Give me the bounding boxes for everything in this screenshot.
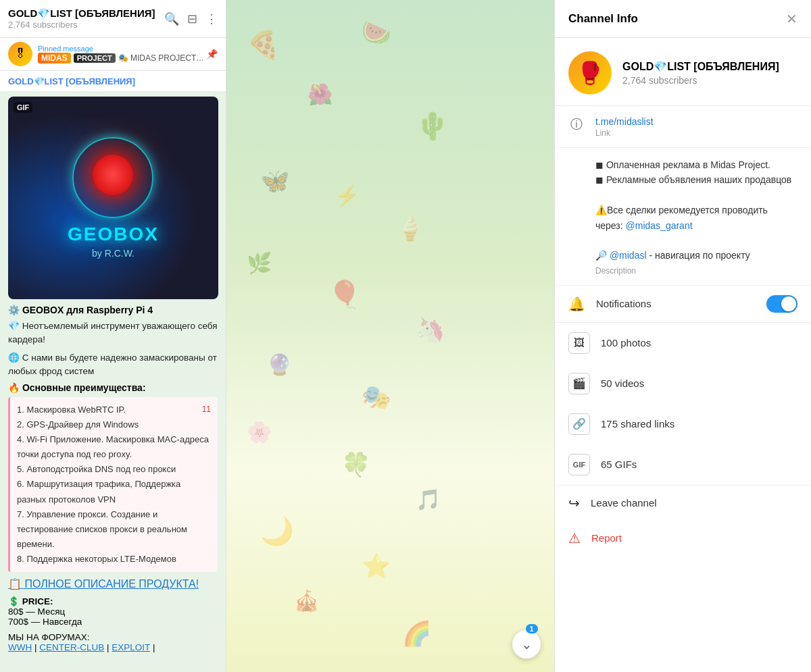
leave-icon: ↪ [568, 495, 580, 511]
unread-badge: 1 [526, 624, 538, 634]
svg-text:🍦: 🍦 [395, 214, 425, 242]
middle-panel: 🍕 🌺 🍉 🌵 🦋 ⚡ 🍦 🌿 🎈 🦄 🔮 🎭 🌸 🍀 🎵 🌙 ⭐ 🎪 🌈 1 … [226, 0, 554, 672]
glow-orb [93, 155, 133, 195]
description-spacer [568, 158, 585, 174]
gifs-row[interactable]: GIF 65 GIFs [555, 444, 811, 485]
svg-text:🌙: 🌙 [260, 515, 294, 547]
chat-content[interactable]: GIF GEOBOX by R.C.W. ⚙️ GEOBOX для Raspb… [0, 91, 226, 672]
garant-link[interactable]: @midas_garant [626, 220, 693, 231]
videos-row[interactable]: 🎬 50 videos [555, 363, 811, 404]
quote-num: 11 [202, 403, 211, 417]
photos-icon: 🖼 [568, 332, 590, 354]
list-item: 6. Маршрутизация трафика, Поддержка разн… [17, 477, 211, 507]
actions-section: ↪ Leave channel ⚠ Report [555, 486, 811, 556]
svg-text:🌿: 🌿 [247, 251, 272, 276]
search-icon[interactable]: 🔍 [164, 11, 179, 26]
list-item: 1. Маскировка WebRTC IP. 11 [17, 403, 211, 417]
channel-info-name: GOLD💎LIST [ОБЪЯВЛЕНИЯ] [622, 60, 779, 73]
report-icon: ⚠ [568, 530, 581, 546]
more-icon[interactable]: ⋮ [205, 11, 218, 26]
price-title: 💲 PRICE: [8, 596, 218, 606]
forum-sep3: | [153, 642, 155, 652]
channel-link[interactable]: t.me/midaslist [595, 116, 654, 127]
photos-row[interactable]: 🖼 100 photos [555, 323, 811, 363]
forum-center-club[interactable]: CENTER-CLUB [39, 642, 104, 652]
chat-header: GOLD💎LIST [ОБЪЯВЛЕНИЯ] 2,764 subscribers… [0, 0, 226, 38]
forum-exploit[interactable]: EXPLOIT [112, 642, 150, 652]
geobox-title: GEOBOX [68, 224, 159, 245]
pinned-desc: 🎭 MIDAS PROJECT 🎭 — Живой и крупный чат,… [118, 53, 206, 63]
svg-text:🦄: 🦄 [416, 315, 445, 344]
list-item: 8. Поддержка некоторых LTE-Модемов [17, 552, 211, 567]
geobox-sub: by R.C.W. [68, 248, 159, 259]
link-sublabel: Link [595, 128, 797, 138]
svg-text:🌺: 🌺 [308, 82, 333, 107]
info-panel-title: Channel Info [568, 12, 638, 26]
shared-links-label: 175 shared links [601, 418, 674, 430]
notifications-toggle[interactable] [766, 295, 797, 313]
list-item-text: 1. Маскировка WebRTC IP. [17, 403, 126, 417]
svg-text:⚡: ⚡ [335, 184, 360, 208]
advantages-title: 🔥 Основные преимущества: [8, 382, 218, 393]
media-section: 🖼 100 photos 🎬 50 videos 🔗 175 shared li… [555, 323, 811, 486]
channel-label-bar: GOLD💎LIST [ОБЪЯВЛЕНИЯ] [0, 71, 226, 91]
midasl-link[interactable]: 🔎 @midasl [595, 250, 647, 261]
neon-ring [72, 137, 153, 218]
project-badge: PROJECT [74, 53, 116, 63]
advantages-list: 1. Маскировка WebRTC IP. 11 2. GPS-Драйв… [8, 397, 218, 572]
close-button[interactable]: ✕ [786, 11, 797, 27]
gif-block: GIF GEOBOX by R.C.W. [8, 97, 218, 299]
forum-sep2: | [107, 642, 109, 652]
svg-text:🔮: 🔮 [267, 353, 293, 377]
desc-nav: - навигация по проекту [647, 250, 750, 261]
toggle-knob [781, 296, 796, 311]
channel-avatar: 🥊 [568, 51, 612, 95]
svg-text:⭐: ⭐ [362, 552, 391, 580]
svg-text:🎪: 🎪 [294, 589, 320, 613]
forums-title: МЫ НА ФОРУМАХ: [8, 632, 90, 642]
background-doodles: 🍕 🌺 🍉 🌵 🦋 ⚡ 🍦 🌿 🎈 🦄 🔮 🎭 🌸 🍀 🎵 🌙 ⭐ 🎪 🌈 [226, 0, 554, 672]
videos-label: 50 videos [601, 378, 644, 389]
channel-info-subs: 2,764 subscribers [622, 75, 779, 86]
link-row: ⓘ t.me/midaslist Link [568, 115, 797, 138]
photos-label: 100 photos [601, 337, 651, 348]
layout-icon[interactable]: ⊟ [187, 11, 197, 26]
bell-icon: 🔔 [568, 296, 585, 312]
gif-inner: GEOBOX by R.C.W. [8, 97, 218, 299]
pinned-message-bar[interactable]: 🎖 Pinned message MIDAS PROJECT 🎭 MIDAS P… [0, 38, 226, 71]
svg-text:🌈: 🌈 [402, 619, 432, 648]
leave-channel-row[interactable]: ↪ Leave channel [555, 486, 811, 521]
channel-label-text: GOLD💎LIST [ОБЪЯВЛЕНИЯ] [8, 76, 135, 86]
list-item: 7. Управление прокси. Создание и тестиро… [17, 507, 211, 552]
description-text: ◼ Оплаченная реклама в Midas Project. ◼ … [595, 157, 797, 263]
desc-line2: ◼ Рекламные объявления наших продавцов [595, 174, 791, 185]
forum-wwh[interactable]: WWH [8, 642, 32, 652]
list-item: 4. Wi-Fi Приложение. Маскировка MAC-адре… [17, 432, 211, 462]
header-icons: 🔍 ⊟ ⋮ [164, 11, 218, 26]
scroll-to-bottom-button[interactable]: 1 ⌄ [512, 630, 541, 658]
link-content: t.me/midaslist Link [595, 115, 797, 138]
pinned-label: Pinned message [38, 45, 206, 53]
list-item: 2. GPS-Драйвер для Windows [17, 417, 211, 432]
channel-profile-info: GOLD💎LIST [ОБЪЯВЛЕНИЯ] 2,764 subscribers [622, 60, 779, 86]
svg-text:🌸: 🌸 [247, 420, 272, 444]
price-forever: 700$ — Навсегда [8, 617, 218, 627]
midas-badge: MIDAS [38, 53, 71, 63]
avatar-emoji: 🥊 [576, 60, 604, 86]
message-title: ⚙️ GEOBOX для Raspberry Pi 4 [8, 305, 218, 315]
message-p2: 🌐 С нами вы будете надежно замаскированы… [8, 351, 218, 379]
list-item: 5. Автоподстройка DNS под гео прокси [17, 462, 211, 477]
shared-links-row[interactable]: 🔗 175 shared links [555, 404, 811, 444]
svg-text:🌵: 🌵 [416, 109, 449, 142]
channel-profile: 🥊 GOLD💎LIST [ОБЪЯВЛЕНИЯ] 2,764 subscribe… [555, 38, 811, 106]
chat-header-info: GOLD💎LIST [ОБЪЯВЛЕНИЯ] 2,764 subscribers [8, 7, 164, 30]
message-area: GIF GEOBOX by R.C.W. ⚙️ GEOBOX для Raspb… [0, 91, 226, 658]
description-section: ◼ Оплаченная реклама в Midas Project. ◼ … [555, 148, 811, 286]
report-row[interactable]: ⚠ Report [555, 521, 811, 556]
full-description-link[interactable]: 📋 ПОЛНОЕ ОПИСАНИЕ ПРОДУКТА! [8, 578, 199, 590]
forum-sep1: | [34, 642, 37, 652]
gif-icon: GIF [568, 454, 590, 475]
leave-label: Leave channel [591, 497, 657, 509]
description-label: Description [595, 266, 797, 276]
svg-text:🍀: 🍀 [341, 450, 371, 479]
